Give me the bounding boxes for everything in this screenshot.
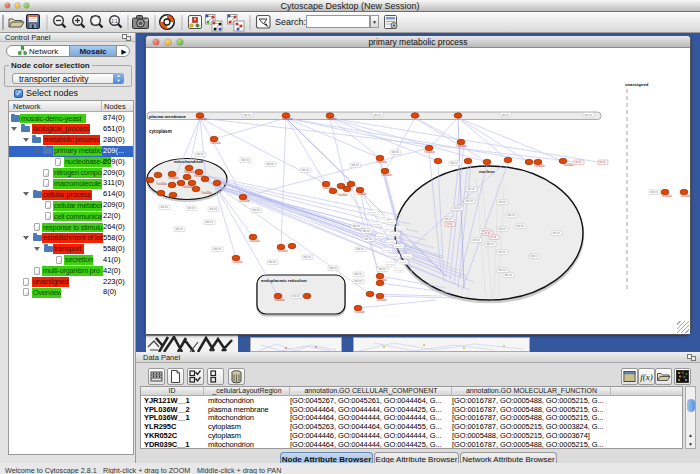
svg-text:xx xxx: xx xxx [383,228,391,231]
svg-text:xx xxx: xx xxx [391,255,399,258]
svg-text:xxx xx: xxx xx [505,274,513,277]
svg-text:xxx xx: xxx xx [242,159,250,162]
svg-text:1:1: 1:1 [111,19,118,24]
svg-text:xx xx: xx xx [447,223,454,226]
svg-text:xx xxx: xx xxx [377,235,385,238]
svg-text:xx xxx: xx xxx [399,261,407,264]
svg-text:xxx xx: xxx xx [206,221,214,224]
svg-text:xxx xx: xxx xx [502,114,510,117]
svg-text:f(x): f(x) [640,372,653,382]
svg-text:xxx xx: xxx xx [197,153,205,156]
svg-text:xx xxx: xx xxx [387,263,395,266]
svg-text:xxx xx: xxx xx [499,201,507,204]
svg-text:xx xxx: xx xxx [379,216,387,219]
svg-text:xxx xx: xxx xx [392,151,400,154]
svg-text:xxx xx: xxx xx [454,207,462,210]
svg-text:xx xx: xx xx [600,161,607,164]
svg-text:xx xxx: xx xxx [387,241,395,244]
svg-text:xx xxx: xx xxx [369,211,377,214]
svg-text:xx xxx: xx xxx [383,249,391,252]
svg-text:Yxx000x: Yxx000x [156,182,167,186]
svg-text:xxx xx: xxx xx [517,225,525,228]
svg-text:xxx xx: xxx xx [466,200,474,203]
svg-text:xx xxx: xx xxx [395,245,403,248]
svg-text:xxx xx: xxx xx [508,214,516,217]
svg-text:xxx xx: xxx xx [468,188,476,191]
svg-text:xxx xx: xxx xx [374,114,382,117]
svg-text:xxx xx: xxx xx [269,261,277,264]
svg-text:xxx xx: xxx xx [445,218,453,221]
svg-text:xx xxx: xx xxx [395,269,403,272]
svg-text:xxx xx: xxx xx [161,206,169,209]
svg-text:Yxx000x: Yxx000x [337,193,348,197]
svg-text:xx xx: xx xx [491,236,498,239]
svg-text:xx xxx: xx xxx [397,227,405,230]
svg-text:xxx xx: xxx xx [244,114,252,117]
svg-text:xxx xx: xxx xx [210,208,218,211]
svg-text:xxx xx: xxx xx [585,114,593,117]
svg-text:xxx xx: xxx xx [363,230,371,233]
svg-text:xxx xx: xxx xx [499,228,507,231]
svg-text:xxx xx: xxx xx [473,239,481,242]
svg-text:xxx xx: xxx xx [355,280,363,283]
svg-text:xxx xx: xxx xx [357,248,365,251]
svg-text:xxx xx: xxx xx [651,191,659,194]
svg-text:xx xx: xx xx [576,161,583,164]
svg-text:mitochondrion: mitochondrion [174,159,204,164]
svg-text:cytoplasm: cytoplasm [149,129,172,134]
svg-text:Yxx000x: Yxx000x [201,191,212,195]
svg-text:xxx xx: xxx xx [293,295,301,298]
svg-text:xx xxx: xx xxx [403,255,411,258]
svg-text:xxx xx: xxx xx [353,225,361,228]
svg-text:plasma membrane: plasma membrane [149,114,186,119]
svg-text:xxx xx: xxx xx [330,267,338,270]
svg-text:xxx xx: xxx xx [499,251,507,254]
svg-text:xxx xx: xxx xx [553,232,561,235]
svg-text:xx xxx: xx xxx [387,221,395,224]
svg-text:xxx xx: xxx xx [302,169,310,172]
svg-text:xxx xx: xxx xx [499,269,507,272]
svg-text:xx xxx: xx xxx [373,223,381,226]
svg-text:xxx xx: xxx xx [379,268,387,271]
svg-text:xxx xx: xxx xx [253,209,261,212]
svg-text:xxx xx: xxx xx [531,255,539,258]
svg-text:unassigned: unassigned [625,82,649,87]
svg-text:xxx xx: xxx xx [176,228,184,231]
svg-text:xx xxx: xx xxx [391,233,399,236]
svg-text:xxx xx: xxx xx [487,243,495,246]
svg-text:xxx xx: xxx xx [214,248,222,251]
svg-text:xxx xx: xxx xx [355,273,363,276]
svg-text:xxx xx: xxx xx [451,162,459,165]
svg-text:xxx xx: xxx xx [267,163,275,166]
svg-text:xxx xx: xxx xx [352,164,360,167]
svg-text:xxx xx: xxx xx [188,207,196,210]
svg-text:xxx xx: xxx xx [365,238,373,241]
svg-text:xxx xx: xxx xx [304,256,312,259]
